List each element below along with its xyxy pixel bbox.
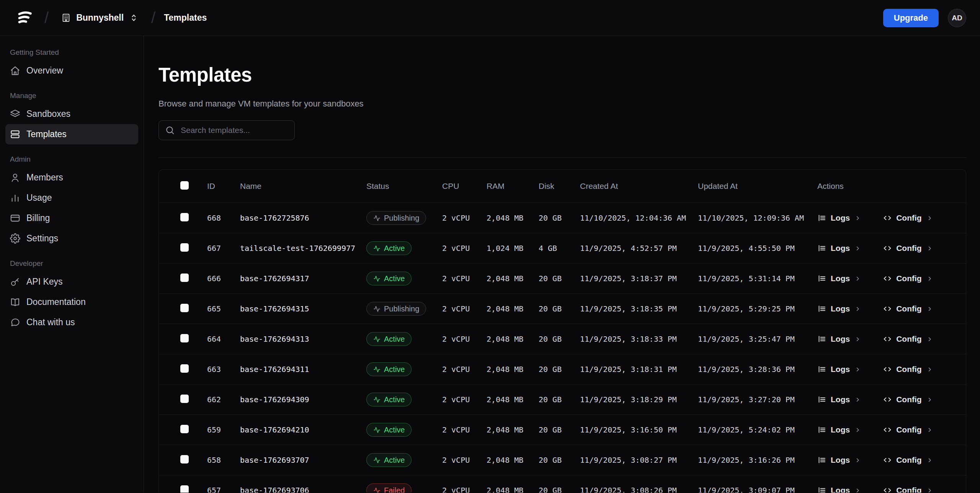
sidebar-item-chat-with-us[interactable]: Chat with us — [5, 312, 138, 332]
select-all-checkbox[interactable] — [180, 181, 189, 190]
row-checkbox[interactable] — [180, 304, 189, 312]
config-label: Config — [896, 334, 921, 344]
config-button[interactable]: Config — [883, 455, 933, 465]
cell-disk: 20 GB — [539, 365, 580, 374]
cell-ram: 2,048 MB — [487, 304, 539, 313]
avatar[interactable]: AD — [948, 9, 966, 27]
config-button[interactable]: Config — [883, 274, 933, 283]
cell-name: base-1762694309 — [240, 395, 366, 404]
row-checkbox-cell — [176, 485, 207, 493]
org-selector[interactable]: Bunnyshell — [57, 10, 143, 26]
cell-actions: Logs Config — [817, 274, 966, 283]
column-header-name: Name — [240, 182, 366, 191]
logs-button[interactable]: Logs — [817, 395, 861, 404]
config-button[interactable]: Config — [883, 334, 933, 344]
row-checkbox[interactable] — [180, 213, 189, 221]
cell-id: 667 — [207, 244, 240, 253]
org-name: Bunnyshell — [76, 13, 124, 23]
sidebar-item-billing[interactable]: Billing — [5, 208, 138, 228]
upgrade-button[interactable]: Upgrade — [883, 9, 939, 27]
cell-created-at: 11/10/2025, 12:04:36 AM — [580, 213, 698, 223]
page-title: Templates — [158, 64, 966, 86]
row-checkbox[interactable] — [180, 274, 189, 282]
table-row: 664 base-1762694313 Active 2 vCPU 2,048 … — [159, 324, 966, 354]
sidebar-item-label: Usage — [26, 193, 52, 203]
cell-id: 665 — [207, 304, 240, 313]
logs-button[interactable]: Logs — [817, 274, 861, 283]
code-icon — [883, 486, 892, 493]
cell-created-at: 11/9/2025, 3:18:33 PM — [580, 334, 698, 344]
app-logo-icon[interactable] — [14, 7, 36, 29]
key-icon — [10, 277, 20, 287]
cell-cpu: 2 vCPU — [442, 244, 487, 253]
chevrons-up-down-icon — [129, 13, 139, 23]
config-label: Config — [896, 213, 921, 223]
cell-disk: 20 GB — [539, 395, 580, 404]
logs-label: Logs — [831, 395, 850, 404]
logs-button[interactable]: Logs — [817, 486, 861, 493]
logs-button[interactable]: Logs — [817, 425, 861, 434]
status-label: Failed — [384, 486, 405, 493]
sidebar-item-sandboxes[interactable]: Sandboxes — [5, 104, 138, 124]
config-button[interactable]: Config — [883, 244, 933, 253]
search-input[interactable] — [180, 125, 288, 135]
row-checkbox[interactable] — [180, 425, 189, 433]
logs-button[interactable]: Logs — [817, 304, 861, 313]
sidebar-item-label: Overview — [26, 66, 63, 76]
row-checkbox[interactable] — [180, 455, 189, 464]
sidebar-section-label: Getting Started — [5, 45, 138, 61]
sidebar-item-members[interactable]: Members — [5, 167, 138, 188]
cell-id: 664 — [207, 334, 240, 344]
config-button[interactable]: Config — [883, 486, 933, 493]
table-row: 667 tailscale-test-1762699977 Active 2 v… — [159, 233, 966, 263]
logs-button[interactable]: Logs — [817, 244, 861, 253]
sidebar-item-api-keys[interactable]: API Keys — [5, 272, 138, 292]
logs-button[interactable]: Logs — [817, 213, 861, 223]
status-badge: Publishing — [366, 302, 426, 316]
row-checkbox[interactable] — [180, 485, 189, 493]
config-label: Config — [896, 304, 921, 313]
code-icon — [883, 304, 892, 313]
column-header-status: Status — [366, 182, 442, 191]
config-button[interactable]: Config — [883, 425, 933, 434]
sidebar-item-templates[interactable]: Templates — [5, 124, 138, 144]
cell-disk: 20 GB — [539, 455, 580, 465]
status-label: Active — [384, 395, 405, 404]
status-badge: Active — [366, 453, 412, 467]
cell-status: Publishing — [366, 302, 442, 316]
row-checkbox[interactable] — [180, 395, 189, 403]
sidebar-item-documentation[interactable]: Documentation — [5, 292, 138, 312]
chevron-right-icon — [854, 457, 861, 464]
sidebar-item-usage[interactable]: Usage — [5, 188, 138, 208]
config-button[interactable]: Config — [883, 365, 933, 374]
chevron-right-icon — [926, 336, 933, 343]
logs-label: Logs — [831, 425, 850, 434]
sidebar-item-settings[interactable]: Settings — [5, 228, 138, 249]
sidebar-item-overview[interactable]: Overview — [5, 61, 138, 81]
row-checkbox-cell — [176, 334, 207, 344]
logs-button[interactable]: Logs — [817, 365, 861, 374]
row-checkbox[interactable] — [180, 364, 189, 373]
row-checkbox[interactable] — [180, 334, 189, 342]
topbar: / Bunnyshell / Templates Upgrade AD — [0, 0, 980, 36]
logs-button[interactable]: Logs — [817, 334, 861, 344]
activity-icon — [373, 305, 381, 313]
sidebar-section-manage: ManageSandboxesTemplates — [5, 88, 138, 144]
logs-icon — [817, 395, 826, 404]
row-checkbox[interactable] — [180, 243, 189, 252]
table-row: 658 base-1762693707 Active 2 vCPU 2,048 … — [159, 445, 966, 475]
config-button[interactable]: Config — [883, 213, 933, 223]
status-label: Active — [384, 274, 405, 283]
cell-updated-at: 11/9/2025, 4:55:50 PM — [698, 244, 817, 253]
table-row: 659 base-1762694210 Active 2 vCPU 2,048 … — [159, 414, 966, 445]
cell-updated-at: 11/9/2025, 3:25:47 PM — [698, 334, 817, 344]
code-icon — [883, 455, 892, 465]
row-checkbox-cell — [176, 395, 207, 405]
cell-actions: Logs Config — [817, 455, 966, 465]
cell-name: base-1762694313 — [240, 334, 366, 344]
logs-button[interactable]: Logs — [817, 455, 861, 465]
config-button[interactable]: Config — [883, 395, 933, 404]
cell-ram: 2,048 MB — [487, 425, 539, 434]
cell-created-at: 11/9/2025, 4:52:57 PM — [580, 244, 698, 253]
config-button[interactable]: Config — [883, 304, 933, 313]
